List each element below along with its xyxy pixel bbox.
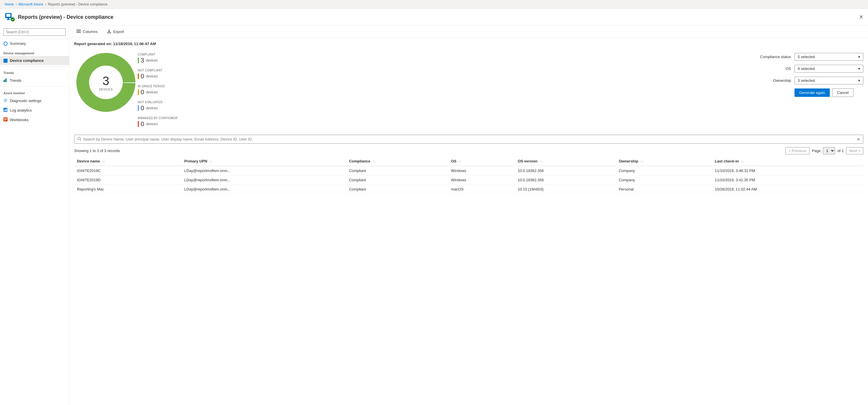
content-area: Columns Export Report generated on: 11/1… — [69, 26, 868, 405]
cell-os: Windows — [448, 175, 515, 185]
os-value: 9 selected — [798, 66, 815, 71]
sidebar-item-label: Trends — [10, 78, 22, 83]
page-icon — [5, 12, 15, 22]
cell-primary-upn: LDay@reportmsftem.onm... — [181, 175, 346, 185]
records-count: Showing 1 to 3 of 3 records — [74, 148, 120, 153]
analytics-icon — [3, 108, 7, 113]
cell-last-checkin: 11/10/2019, 3:41:35 PM — [712, 175, 863, 185]
cell-primary-upn: LDay@reportmsftem.onm... — [181, 185, 346, 194]
sidebar-item-workbooks[interactable]: Workbooks — [0, 115, 69, 125]
pagination: < Previous Page 1 of 1 Next > — [785, 147, 863, 155]
sidebar-item-log-analytics[interactable]: Log analytics — [0, 105, 69, 115]
cell-primary-upn: LDay@reportmsftem.onm... — [181, 166, 346, 175]
search-clear-button[interactable]: ✕ — [857, 137, 860, 142]
cell-device-name: IGNITE2019C — [74, 166, 181, 175]
breadcrumb-home[interactable]: Home — [5, 2, 14, 6]
sidebar-item-label: Diagnostic settings — [10, 99, 41, 103]
workbook-icon — [3, 117, 7, 122]
svg-line-25 — [80, 140, 81, 141]
ownership-select[interactable]: 3 selected ▾ — [795, 77, 863, 85]
svg-rect-17 — [4, 120, 6, 121]
columns-button[interactable]: Columns — [74, 28, 100, 36]
export-icon — [107, 29, 112, 34]
sidebar: Summary Device management Device complia… — [0, 26, 69, 405]
svg-rect-20 — [80, 30, 81, 33]
col-last-checkin[interactable]: Last check-in ↑↓ — [712, 157, 863, 166]
page-of: of 1 — [837, 148, 844, 153]
cell-os-version: 10.15 (19A603) — [515, 185, 616, 194]
chevron-down-icon: ▾ — [858, 66, 860, 71]
os-filter: OS 9 selected ▾ — [759, 65, 863, 73]
table-row: IGNITE2019C LDay@reportmsftem.onm... Com… — [74, 166, 863, 175]
chevron-down-icon: ▾ — [858, 55, 860, 59]
chevron-down-icon: ▾ — [858, 78, 860, 83]
legend-not-compliant: NOT COMPLIANT 0 devices — [138, 69, 184, 80]
legend-configmgr: MANAGED BY CONFIGMGR 0 devices — [138, 116, 184, 128]
cell-device-name: Reporting's Mac — [74, 185, 181, 194]
col-device-name[interactable]: Device name ↑↓ — [74, 157, 181, 166]
svg-rect-11 — [5, 109, 5, 111]
close-button[interactable]: ✕ — [859, 14, 863, 20]
cell-os: Windows — [448, 166, 515, 175]
page-select[interactable]: 1 — [823, 147, 835, 155]
circle-icon — [3, 42, 7, 46]
cell-compliance: Compliant — [346, 175, 448, 185]
legend-not-evaluated: NOT EVALUATED 0 devices — [138, 101, 184, 112]
cell-last-checkin: 11/10/2019, 3:46:31 PM — [712, 166, 863, 175]
breadcrumb-current: Reports (preview) - Device compliance — [48, 2, 107, 6]
cell-last-checkin: 10/28/2019, 11:02:44 AM — [712, 185, 863, 194]
legend-grace-period: IN GRACE PERIOD 0 devices — [138, 85, 184, 96]
svg-rect-19 — [78, 30, 79, 33]
col-primary-upn[interactable]: Primary UPN ↑↓ — [181, 157, 346, 166]
cell-os: macOS — [448, 185, 515, 194]
svg-rect-18 — [77, 30, 78, 33]
cell-ownership: Personal — [616, 185, 712, 194]
sidebar-item-label: Summary — [10, 41, 26, 46]
toolbar: Columns Export — [69, 26, 868, 38]
compliance-status-select[interactable]: 5 selected ▾ — [795, 53, 863, 61]
svg-rect-3 — [6, 20, 10, 20]
col-os[interactable]: OS ↑↓ — [448, 157, 515, 166]
svg-rect-12 — [6, 109, 6, 111]
search-input[interactable] — [3, 28, 66, 36]
next-button[interactable]: Next > — [846, 147, 863, 155]
breadcrumb-intune[interactable]: Microsoft Intune — [19, 2, 43, 6]
table-row: Reporting's Mac LDay@reportmsftem.onm...… — [74, 185, 863, 194]
search-section: ✕ — [69, 132, 868, 146]
cell-compliance: Compliant — [346, 166, 448, 175]
compliance-status-value: 5 selected — [798, 55, 815, 59]
ownership-label: Ownership — [759, 78, 791, 83]
os-select[interactable]: 9 selected ▾ — [795, 65, 863, 73]
sidebar-item-trends[interactable]: Trends — [0, 76, 69, 85]
cancel-button[interactable]: Cancel — [832, 89, 854, 97]
search-bar: ✕ — [74, 135, 863, 144]
compliance-status-filter: Compliance status 5 selected ▾ — [759, 53, 863, 61]
previous-button[interactable]: < Previous — [785, 147, 810, 155]
sidebar-item-summary[interactable]: Summary — [0, 39, 69, 48]
bar-icon — [3, 78, 7, 83]
col-os-version[interactable]: OS version ↑↓ — [515, 157, 616, 166]
col-compliance[interactable]: Compliance ↑↓ — [346, 157, 448, 166]
cell-device-name: IGNITE2019D — [74, 175, 181, 185]
svg-rect-10 — [4, 110, 5, 111]
table-search-input[interactable] — [83, 137, 855, 141]
generate-again-button[interactable]: Generate again — [795, 89, 830, 97]
svg-rect-2 — [7, 18, 9, 20]
os-label: OS — [759, 66, 791, 71]
data-table: Device name ↑↓ Primary UPN ↑↓ Compliance… — [74, 157, 863, 194]
page-label: Page — [812, 148, 820, 153]
sidebar-item-device-compliance[interactable]: Device compliance — [0, 56, 69, 65]
cell-compliance: Compliant — [346, 185, 448, 194]
gear-icon — [3, 98, 7, 103]
legend-compliant: COMPLIANT 3 devices — [138, 53, 184, 64]
export-button[interactable]: Export — [104, 28, 126, 36]
table-row: IGNITE2019D LDay@reportmsftem.onm... Com… — [74, 175, 863, 185]
cell-ownership: Company — [616, 166, 712, 175]
compliance-status-label: Compliance status — [759, 55, 791, 59]
ownership-filter: Ownership 3 selected ▾ — [759, 77, 863, 85]
col-ownership[interactable]: Ownership ↑↓ — [616, 157, 712, 166]
columns-label: Columns — [83, 30, 97, 34]
section-label-trends: Trends — [0, 68, 69, 76]
search-icon — [77, 137, 81, 142]
sidebar-item-diagnostic-settings[interactable]: Diagnostic settings — [0, 96, 69, 105]
